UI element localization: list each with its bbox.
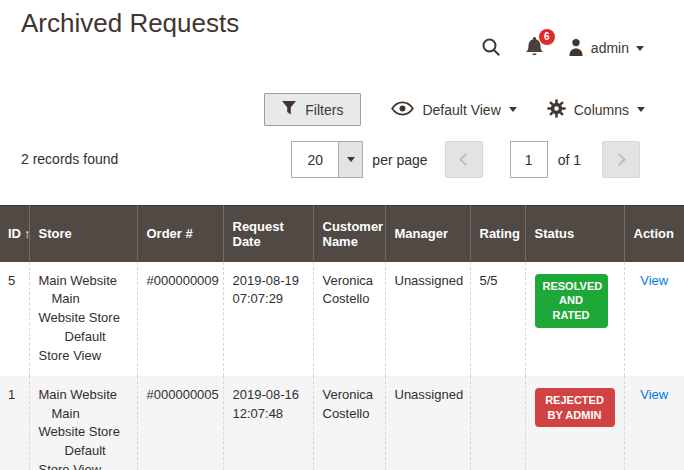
table-row: 1 Main Website Main Website Store Defaul… [0, 376, 684, 470]
store-store: Main Website Store [39, 405, 128, 443]
chevron-down-icon [637, 107, 645, 112]
account-label: admin [591, 40, 629, 56]
column-header-label: Customer Name [323, 219, 384, 249]
pagination: 20 per page of 1 [291, 141, 640, 178]
column-header-label: ID [8, 226, 21, 241]
notifications-button[interactable]: 6 [525, 36, 544, 60]
cell-store: Main Website Main Website Store Default … [29, 262, 137, 376]
column-header-action[interactable]: Action [624, 206, 684, 262]
cell-customer-name: Veronica Costello [313, 262, 385, 376]
per-page-label: per page [372, 152, 427, 168]
view-selector[interactable]: Default View [391, 101, 516, 119]
cell-order-number: #000000005 [137, 376, 223, 470]
view-link[interactable]: View [640, 387, 668, 402]
store-view: Default Store View [39, 328, 128, 366]
store-store: Main Website Store [39, 290, 128, 328]
cell-manager: Unassigned [385, 262, 470, 376]
cell-manager: Unassigned [385, 376, 470, 470]
cell-rating [470, 376, 525, 470]
chevron-down-icon [509, 107, 517, 112]
column-header-label: Order # [147, 226, 193, 241]
cell-request-date: 2019-08-16 12:07:48 [223, 376, 313, 470]
column-header-order[interactable]: Order # [137, 206, 223, 262]
column-header-store[interactable]: Store [29, 206, 137, 262]
column-header-request-date[interactable]: Request Date [223, 206, 313, 262]
header-actions: 6 admin [481, 36, 644, 60]
per-page-value: 20 [292, 142, 338, 177]
status-badge: REJECTED BY ADMIN [535, 388, 615, 428]
cell-rating: 5/5 [470, 262, 525, 376]
total-pages-label: of 1 [558, 152, 581, 168]
current-page-input[interactable] [510, 141, 548, 178]
account-icon [568, 38, 584, 59]
column-header-rating[interactable]: Rating [470, 206, 525, 262]
cell-status: REJECTED BY ADMIN [525, 376, 624, 470]
cell-id: 1 [0, 376, 29, 470]
cell-action: View [624, 262, 684, 376]
cell-store: Main Website Main Website Store Default … [29, 376, 137, 470]
column-header-label: Request Date [233, 219, 284, 249]
column-header-label: Action [634, 226, 674, 241]
columns-selector-label: Columns [574, 102, 629, 118]
column-header-label: Status [535, 226, 575, 241]
status-badge: RESOLVED AND RATED [535, 274, 608, 329]
search-button[interactable] [481, 37, 501, 60]
account-menu[interactable]: admin [568, 38, 644, 59]
column-header-status[interactable]: Status [525, 206, 624, 262]
cell-request-date: 2019-08-19 07:07:29 [223, 262, 313, 376]
table-row: 5 Main Website Main Website Store Defaul… [0, 262, 684, 376]
store-website: Main Website [39, 272, 128, 291]
chevron-left-icon [459, 153, 472, 166]
table-header-row: ID↑ Store Order # Request Date Customer … [0, 206, 684, 262]
next-page-button[interactable] [602, 141, 640, 178]
store-website: Main Website [39, 386, 128, 405]
gear-icon [547, 99, 566, 121]
cell-action: View [624, 376, 684, 470]
column-header-label: Rating [480, 226, 520, 241]
column-header-manager[interactable]: Manager [385, 206, 470, 262]
notification-count-badge: 6 [539, 29, 555, 45]
view-selector-label: Default View [422, 102, 500, 118]
eye-icon [391, 101, 414, 119]
cell-order-number: #000000009 [137, 262, 223, 376]
cell-customer-name: Veronica Costello [313, 376, 385, 470]
page-title: Archived Requests [21, 8, 239, 39]
filter-funnel-icon [282, 101, 296, 118]
per-page-select[interactable]: 20 [291, 141, 363, 178]
records-summary: 2 records found [21, 151, 118, 167]
column-header-label: Manager [395, 226, 448, 241]
sort-ascending-icon: ↑ [24, 226, 31, 241]
column-header-customer-name[interactable]: Customer Name [313, 206, 385, 262]
filters-button[interactable]: Filters [264, 93, 361, 126]
chevron-right-icon [613, 153, 626, 166]
search-icon [481, 37, 501, 60]
cell-status: RESOLVED AND RATED [525, 262, 624, 376]
columns-selector[interactable]: Columns [547, 99, 645, 121]
store-view: Default Store View [39, 442, 128, 470]
filters-label: Filters [305, 102, 343, 118]
per-page-arrow-box [338, 142, 362, 177]
cell-id: 5 [0, 262, 29, 376]
previous-page-button[interactable] [445, 141, 483, 178]
chevron-down-icon [347, 157, 355, 162]
column-header-label: Store [39, 226, 72, 241]
archived-requests-table: ID↑ Store Order # Request Date Customer … [0, 205, 684, 470]
grid-controls-toolbar: Filters Default View [264, 93, 645, 126]
chevron-down-icon [636, 46, 644, 51]
column-header-id[interactable]: ID↑ [0, 206, 29, 262]
view-link[interactable]: View [640, 273, 668, 288]
